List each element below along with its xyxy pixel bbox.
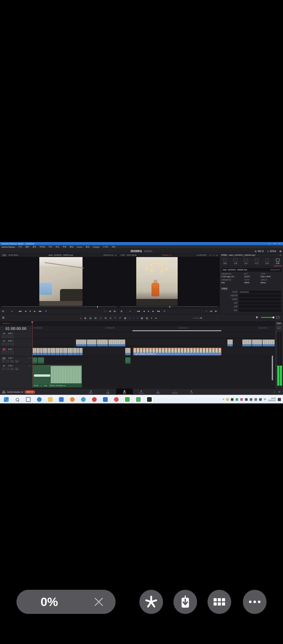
page-tab-剪辑[interactable]: ▦剪辑 xyxy=(116,389,133,395)
tool-icon-10[interactable]: • xyxy=(129,317,130,319)
menu-item-11[interactable]: 工作区 xyxy=(103,246,108,248)
menu-item-0[interactable]: 文件 xyxy=(18,246,22,248)
clip-menu-icon[interactable]: ▦ xyxy=(121,310,123,312)
cloud-icon[interactable] xyxy=(226,398,229,401)
track-id[interactable]: V2 xyxy=(2,340,6,342)
audio-clip[interactable] xyxy=(38,357,44,364)
lock-icon[interactable] xyxy=(2,343,4,345)
audio-clip[interactable] xyxy=(33,357,37,364)
mark-in-icon[interactable]: ◀▮ xyxy=(109,310,111,312)
minimize-button[interactable]: — xyxy=(268,242,270,245)
lock-icon[interactable] xyxy=(2,368,4,370)
prev-clip-button[interactable]: ◀◀ xyxy=(137,310,140,312)
video-clip[interactable] xyxy=(97,340,108,346)
solo-toggle[interactable]: S xyxy=(10,360,14,362)
pink-app-icon[interactable] xyxy=(240,398,243,401)
tool-icon-3[interactable]: ▤ xyxy=(94,317,97,319)
home-icon[interactable]: ⌂ xyxy=(274,391,275,393)
update-badge[interactable]: 更新可用 xyxy=(25,390,35,394)
page-tab-Fusion[interactable]: ◆Fusion xyxy=(133,389,150,395)
music-red-icon-slot[interactable] xyxy=(113,396,120,403)
play-button[interactable]: ▶ xyxy=(153,310,154,312)
monitor-icon[interactable] xyxy=(250,398,252,401)
video-clip[interactable] xyxy=(37,348,40,355)
timeline-name[interactable]: Timeline 1 ▾ xyxy=(138,254,195,256)
inspector-tab-效果[interactable]: 效果 xyxy=(241,257,251,266)
auto-select-toggle[interactable] xyxy=(6,343,9,345)
metadata-field[interactable] xyxy=(239,302,281,304)
enable-toggle[interactable] xyxy=(10,351,14,353)
mark-out-icon[interactable]: ▮▶ xyxy=(215,310,217,312)
green-dot-icon[interactable] xyxy=(236,398,238,401)
video-clip[interactable] xyxy=(263,340,275,346)
video-clip[interactable] xyxy=(108,340,125,346)
metadata-field[interactable]: 00:00:00:00 xyxy=(239,291,281,293)
video-clip[interactable] xyxy=(33,348,36,355)
task-view-icon-slot[interactable] xyxy=(25,396,32,403)
track-header-V2[interactable]: V2视频 2 xyxy=(0,339,32,347)
video-clip[interactable] xyxy=(252,340,262,346)
window-title-bar[interactable]: DaVinci Resolve Studio - 20230911 —□× xyxy=(0,242,283,245)
video-clip[interactable] xyxy=(51,348,56,355)
tool-icon-4[interactable]: ▢ xyxy=(99,317,102,319)
menu-item-6[interactable]: 查看 xyxy=(63,246,66,248)
notification-center-icon[interactable] xyxy=(278,398,281,401)
settings-gear-icon[interactable]: ⚙ xyxy=(279,391,280,393)
track-header-V1[interactable]: V1视频 1 xyxy=(0,347,32,356)
shortcut-keys-button[interactable] xyxy=(139,590,163,614)
stop-button[interactable]: ■ xyxy=(30,310,31,312)
app-red-icon-slot[interactable] xyxy=(91,396,98,403)
video-clip[interactable] xyxy=(63,348,67,355)
track-lane-a2[interactable]: 画外音✕淡化背景音乐,轻松优美.wav xyxy=(32,364,275,388)
track-lane-v3[interactable] xyxy=(32,331,275,339)
video-clip[interactable] xyxy=(242,340,252,346)
loop-button[interactable]: ⟲ xyxy=(164,310,165,312)
inspector-tab-转场[interactable]: 转场 xyxy=(251,257,262,266)
source-zoom-select[interactable]: 适配 xyxy=(2,254,7,257)
menu-item-1[interactable]: 编辑 xyxy=(25,246,29,248)
step-back-button[interactable]: ◀ xyxy=(143,310,144,312)
selected-video-clip[interactable]: video_20230911_165535.mp4 xyxy=(133,348,221,356)
tool-icon-7[interactable]: ✎ xyxy=(114,317,116,319)
menu-item-5[interactable]: 标记 xyxy=(56,246,59,248)
timeline-viewer-video[interactable] xyxy=(118,257,219,306)
tool-icon-0[interactable]: ▸ xyxy=(80,317,81,319)
expand-icon[interactable]: ▢ xyxy=(213,254,214,256)
meeting-blue-icon-slot[interactable] xyxy=(102,396,109,403)
speaker-icon[interactable] xyxy=(256,316,259,319)
speed-control-icon[interactable]: ◂▸ xyxy=(11,310,13,312)
auto-select-toggle[interactable] xyxy=(6,336,9,338)
play-button[interactable]: ▶ xyxy=(34,310,35,312)
inspector-tab-文件[interactable]: 文件 xyxy=(273,257,283,266)
source-more-icon[interactable]: ••• xyxy=(115,254,117,256)
file-explorer-icon-slot[interactable] xyxy=(47,396,54,403)
video-clip[interactable] xyxy=(43,348,47,355)
inspector-tab-音频[interactable]: 音频 xyxy=(230,257,241,266)
track-lane-v2[interactable] xyxy=(32,339,275,347)
video-clip[interactable] xyxy=(73,348,77,355)
audio-clip[interactable] xyxy=(125,357,130,364)
track-header-A1[interactable]: A1音频 12.0SM xyxy=(0,356,32,364)
source-clip-name[interactable]: video_20230911_165535.mp4 xyxy=(20,254,102,256)
audio-meter-title[interactable]: 音频表 xyxy=(275,322,283,325)
inspector-file-row[interactable]: video_20230911_165535.mp4 00:01:01:17 xyxy=(221,268,281,272)
header-button-检查器[interactable]: ◎检查器 xyxy=(267,250,276,253)
tool-icon-11[interactable]: – xyxy=(133,317,134,319)
source-scrubber[interactable] xyxy=(0,306,118,308)
mark-out-icon[interactable]: ▮▶ xyxy=(114,310,116,312)
header-button-调音台[interactable]: ▥调音台 xyxy=(255,250,264,253)
menu-item-12[interactable]: 帮助 xyxy=(112,246,115,248)
menu-item-4[interactable]: 片段 xyxy=(48,246,52,248)
tool-icon-9[interactable]: ▣ xyxy=(124,317,126,319)
page-tab-媒体[interactable]: ▤媒体 xyxy=(83,389,99,395)
tool-icon-14[interactable]: ▧ xyxy=(146,317,148,319)
track-lane-v1[interactable]: video_20230911_165535.mp4 xyxy=(32,347,275,356)
auto-select-toggle[interactable] xyxy=(6,351,9,353)
prev-clip-button[interactable]: ◀◀ xyxy=(19,310,21,312)
tray-dark-icon[interactable] xyxy=(245,398,248,401)
metadata-field[interactable] xyxy=(239,305,281,308)
inspector-tab-视频[interactable]: 视频 xyxy=(220,257,230,266)
store-icon-slot[interactable] xyxy=(58,396,65,403)
tool-icon-16[interactable]: ► xyxy=(155,317,157,319)
track-id[interactable]: A2 xyxy=(2,365,6,367)
